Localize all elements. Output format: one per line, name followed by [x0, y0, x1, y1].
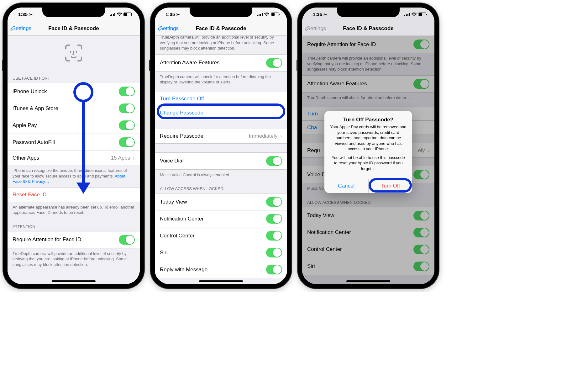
row-label: Today View [160, 199, 266, 205]
row-other-apps[interactable]: Other Apps 15 Apps › [8, 151, 140, 165]
row-label: Notification Center [160, 216, 266, 222]
row-reset-faceid[interactable]: Reset Face ID [8, 188, 140, 202]
toggle-switch[interactable] [266, 156, 282, 166]
notch [190, 8, 252, 17]
status-time: 1:35 [313, 12, 322, 17]
phone-mockup-2: 1:35➣ ‹ Settings Face ID & Passcode True… [150, 3, 291, 289]
row-label: iTunes & App Store [13, 105, 119, 112]
phone-mockup-1: 1:35➣ ‹ Settings Face ID & Passcode [3, 3, 144, 289]
faceid-icon [65, 44, 83, 62]
navigation-bar: ‹ Settings Face ID & Passcode [8, 21, 140, 36]
row-label: Reset Face ID [13, 192, 135, 198]
cellular-signal-icon [110, 13, 115, 16]
row-password-autofill[interactable]: Password AutoFill [8, 134, 140, 151]
location-services-icon: ➣ [29, 12, 33, 17]
toggle-switch[interactable] [119, 87, 135, 96]
home-indicator[interactable] [346, 280, 390, 282]
toggle-switch[interactable] [266, 214, 282, 224]
row-siri[interactable]: Siri [155, 244, 287, 261]
toggle-switch[interactable] [119, 103, 135, 113]
row-detail: Immediately [249, 133, 278, 139]
status-time: 1:35 [165, 12, 175, 17]
navigation-bar: ‹ Settings Face ID & Passcode [302, 21, 434, 36]
battery-icon [271, 13, 279, 16]
alert-title: Turn Off Passcode? [329, 117, 407, 123]
home-indicator[interactable] [52, 280, 96, 282]
annotation-highlight-turn-passcode-off [157, 103, 285, 119]
row-label: Turn Passcode Off [160, 96, 282, 102]
row-voice-dial[interactable]: Voice Dial [155, 153, 287, 169]
toggle-switch[interactable] [266, 248, 282, 257]
location-services-icon: ➣ [176, 12, 180, 17]
home-indicator[interactable] [199, 280, 243, 282]
row-today-view[interactable]: Today View [155, 194, 287, 210]
alert-message-1: Your Apple Pay cards will be removed and… [329, 124, 407, 152]
row-require-passcode[interactable]: Require Passcode Immediately › [155, 129, 287, 143]
row-label: Require Passcode [160, 133, 249, 139]
row-notification-center[interactable]: Notification Center [155, 210, 287, 227]
row-label: Voice Dial [160, 158, 266, 164]
annotation-scroll-arrow-line [82, 102, 85, 183]
chevron-right-icon: › [280, 133, 282, 140]
alert-message-2: You will not be able to use this passcod… [329, 155, 407, 172]
section-footer-attention-aware: TrueDepth camera will check for attentio… [155, 72, 287, 88]
row-label: Other Apps [13, 155, 111, 161]
section-footer-attention: TrueDepth camera will provide an additio… [8, 248, 140, 271]
row-label: Password AutoFill [13, 139, 119, 146]
row-label: Apple Pay [13, 122, 119, 129]
back-label: Settings [307, 25, 326, 32]
status-time: 1:35 [18, 12, 28, 17]
cellular-signal-icon [257, 13, 263, 16]
annotation-scroll-start-circle [73, 82, 93, 102]
annotation-highlight-turn-off [369, 178, 412, 193]
section-footer-use-faceid: iPhone can recognize the unique, three-d… [8, 165, 140, 188]
back-button: ‹ Settings [305, 24, 326, 33]
row-itunes-appstore[interactable]: iTunes & App Store [8, 100, 140, 117]
toggle-switch[interactable] [266, 197, 282, 207]
back-button[interactable]: ‹ Settings [157, 24, 179, 33]
row-require-attention[interactable]: Require Attention for Face ID [8, 231, 140, 248]
wifi-icon [412, 13, 417, 16]
toggle-switch[interactable] [119, 137, 135, 147]
back-label: Settings [160, 25, 179, 32]
row-control-center[interactable]: Control Center [155, 227, 287, 244]
toggle-switch[interactable] [119, 235, 135, 245]
wifi-icon [264, 13, 269, 16]
toggle-switch[interactable] [266, 265, 282, 274]
cellular-signal-icon [404, 13, 410, 16]
battery-icon [418, 13, 426, 16]
row-apple-pay[interactable]: Apple Pay [8, 117, 140, 134]
back-label: Settings [12, 25, 31, 32]
wifi-icon [117, 13, 122, 16]
toggle-switch[interactable] [266, 58, 282, 68]
chevron-right-icon: › [133, 154, 135, 162]
phone-mockup-3: 1:35➣ ‹ Settings Face ID & Passcode Requ… [298, 3, 439, 289]
section-footer-voice-dial: Music Voice Control is always enabled. [155, 170, 287, 181]
section-header-allow-locked: ALLOW ACCESS WHEN LOCKED: [155, 181, 287, 193]
row-label: Require Attention for Face ID [13, 236, 119, 243]
section-header-attention: ATTENTION [8, 219, 140, 231]
row-label: Siri [160, 250, 266, 256]
navigation-bar: ‹ Settings Face ID & Passcode [155, 21, 287, 36]
section-footer-reset: An alternate appearance has already been… [8, 202, 140, 219]
row-reply-with-message[interactable]: Reply with Message [155, 261, 287, 278]
faceid-hero [8, 36, 140, 70]
row-attention-aware[interactable]: Attention Aware Features [155, 55, 287, 71]
battery-icon [123, 13, 132, 16]
section-header-use-faceid: USE FACE ID FOR: [8, 70, 140, 83]
toggle-switch[interactable] [266, 231, 282, 241]
notch [337, 8, 400, 17]
section-footer-attention-cut: TrueDepth camera will provide an additio… [155, 36, 287, 54]
alert-cancel-button[interactable]: Cancel [324, 179, 369, 193]
row-label: Reply with Message [160, 267, 266, 273]
annotation-scroll-arrow-head [76, 183, 90, 194]
row-label: iPhone Unlock [13, 88, 119, 95]
notch [42, 8, 105, 17]
toggle-switch[interactable] [119, 120, 135, 130]
row-label: Attention Aware Features [160, 60, 266, 66]
back-button[interactable]: ‹ Settings [10, 24, 31, 33]
row-label: Control Center [160, 233, 266, 239]
location-services-icon: ➣ [323, 12, 327, 17]
row-detail: 15 Apps [111, 155, 130, 161]
